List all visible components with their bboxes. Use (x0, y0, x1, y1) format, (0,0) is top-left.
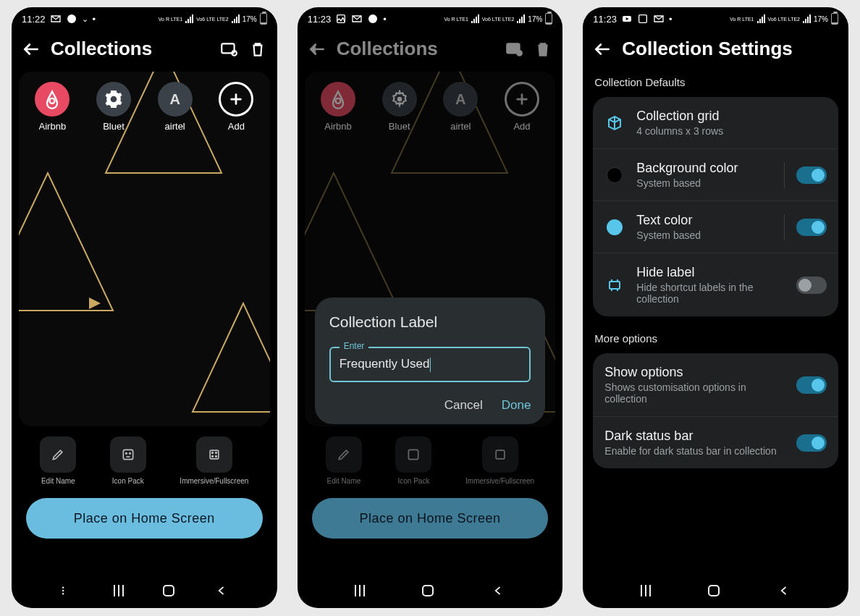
tool-icon-pack[interactable]: Icon Pack (395, 436, 431, 485)
row-text-color[interactable]: Text colorSystem based (593, 201, 838, 253)
tool-label: Immersive/Fullscreen (465, 477, 534, 485)
recent-apps-button[interactable] (114, 585, 124, 596)
toggle-text-color[interactable] (796, 219, 827, 236)
svg-point-13 (216, 452, 217, 454)
back-button[interactable] (777, 583, 791, 598)
battery-icon (545, 13, 552, 25)
app-bluet[interactable]: Bluet (374, 82, 424, 132)
toggle-dark-status[interactable] (796, 434, 827, 452)
svg-rect-11 (210, 450, 219, 459)
recent-apps-button[interactable] (60, 583, 75, 598)
gmail-icon (351, 13, 363, 25)
dropdown-icon: ⌄ (82, 14, 88, 24)
battery-pct: 17% (528, 15, 542, 23)
row-hide-label[interactable]: Hide labelHide shortcut labels in the co… (593, 253, 838, 316)
navigation-bar (298, 573, 563, 608)
app-bluet[interactable]: Bluet (89, 82, 139, 132)
cast-settings-icon[interactable] (505, 40, 523, 59)
back-icon[interactable] (308, 40, 326, 59)
home-button[interactable] (708, 585, 720, 596)
home-button[interactable] (163, 585, 174, 596)
sticker-icon (121, 447, 135, 462)
svg-point-14 (212, 456, 214, 457)
back-button[interactable] (214, 583, 229, 598)
dot-icon: • (669, 14, 673, 25)
back-icon[interactable] (22, 40, 41, 59)
net1-label: Vo R LTE1 (444, 17, 468, 22)
image-icon (637, 13, 649, 25)
more-options-card: Show optionsShows customisation options … (593, 353, 838, 468)
app-add[interactable]: Add (211, 82, 261, 132)
app-airtel[interactable]: A airtel (150, 82, 200, 132)
app-label: Bluet (389, 121, 410, 132)
svg-rect-31 (610, 282, 620, 289)
tool-edit-name[interactable]: Edit Name (326, 436, 362, 485)
app-add[interactable]: Add (497, 82, 547, 132)
defaults-card: Collection grid4 columns x 3 rows Backgr… (593, 97, 838, 316)
dot-icon: • (93, 14, 96, 25)
svg-rect-27 (496, 450, 505, 459)
tool-immersive[interactable]: Immersive/Fullscreen (465, 436, 534, 485)
cancel-button[interactable]: Cancel (444, 398, 483, 413)
battery-pct: 17% (814, 15, 828, 23)
section-header: More options (594, 332, 837, 345)
gear-icon (390, 90, 409, 109)
svg-point-10 (129, 453, 130, 455)
app-airbnb[interactable]: Airbnb (313, 82, 363, 132)
svg-point-0 (67, 14, 76, 23)
tool-label: Icon Pack (398, 477, 430, 485)
delete-icon[interactable] (248, 40, 267, 59)
tool-immersive[interactable]: Immersive/Fullscreen (180, 436, 248, 485)
navigation-bar (583, 573, 848, 608)
app-airbnb[interactable]: Airbnb (28, 82, 77, 132)
grid-icon (207, 447, 222, 462)
home-button[interactable] (422, 585, 434, 596)
signal1-icon (757, 14, 765, 23)
battery-icon (260, 13, 267, 25)
place-on-home-button[interactable]: Place on Home Screen (26, 498, 263, 539)
toggle-show-options[interactable] (796, 376, 827, 394)
tool-label: Edit Name (327, 477, 361, 485)
row-collection-grid[interactable]: Collection grid4 columns x 3 rows (593, 97, 838, 148)
toggle-hide-label[interactable] (796, 277, 827, 294)
app-airtel[interactable]: Aairtel (436, 82, 486, 132)
row-title: Show options (604, 365, 785, 380)
triangle-small-icon (88, 296, 102, 311)
collection-label-dialog: Collection Label Enter Frequently Used C… (315, 298, 546, 424)
svg-rect-8 (123, 450, 132, 459)
statusbar: 11:23 • Vo R LTE1 Vo6 LTE LTE2 17% (583, 7, 848, 30)
dialog-title: Collection Label (329, 313, 531, 331)
done-button[interactable]: Done (502, 398, 531, 413)
appbar: Collections (12, 30, 277, 72)
signal1-icon (185, 14, 193, 23)
recent-apps-button[interactable] (355, 585, 365, 596)
page-title: Collections (337, 38, 495, 60)
pencil-icon (337, 447, 351, 462)
tool-edit-name[interactable]: Edit Name (40, 436, 76, 485)
cast-settings-icon[interactable] (219, 40, 238, 59)
svg-point-9 (125, 453, 127, 455)
back-icon[interactable] (593, 40, 612, 59)
label-input[interactable]: Enter Frequently Used (329, 347, 531, 382)
row-show-options[interactable]: Show optionsShows customisation options … (593, 353, 838, 416)
recent-apps-button[interactable] (641, 585, 651, 596)
svg-point-7 (50, 98, 55, 104)
row-background-color[interactable]: Background colorSystem based (593, 148, 838, 201)
messenger-icon (66, 13, 77, 25)
tool-icon-pack[interactable]: Icon Pack (110, 436, 146, 485)
back-button[interactable] (491, 583, 505, 598)
row-dark-status-bar[interactable]: Dark status barEnable for dark status ba… (593, 416, 838, 468)
signal2-icon (232, 14, 240, 23)
appbar: Collection Settings (583, 30, 848, 72)
app-label: Add (513, 121, 530, 132)
svg-point-15 (216, 456, 217, 457)
app-label: airtel (450, 121, 471, 132)
app-label: Bluet (103, 121, 125, 132)
battery-icon (831, 13, 838, 25)
toggle-background-color[interactable] (796, 166, 827, 184)
delete-icon[interactable] (534, 40, 552, 59)
status-time: 11:22 (22, 14, 46, 25)
statusbar: 11:22 ⌄ • Vo R LTE1 Vo6 LTE LTE2 17% (12, 7, 277, 30)
place-on-home-button[interactable]: Place on Home Screen (312, 498, 549, 539)
cube-icon (606, 114, 623, 132)
